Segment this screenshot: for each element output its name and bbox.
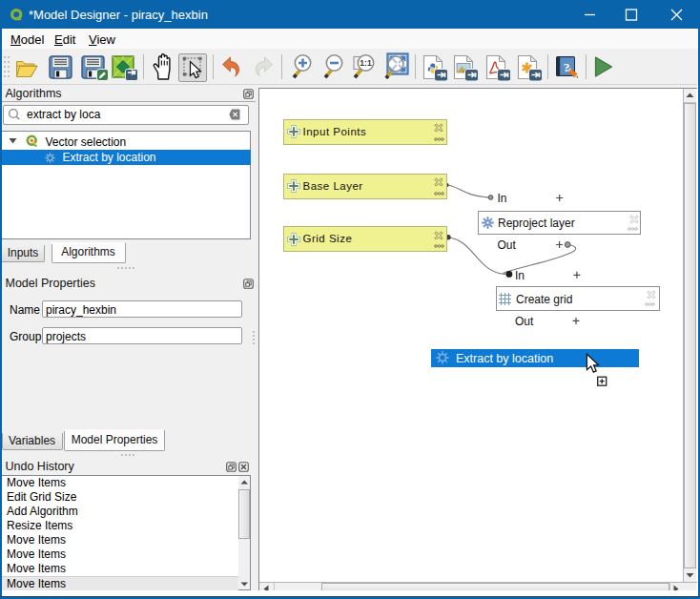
svg-text:1:1: 1:1 <box>360 58 372 68</box>
